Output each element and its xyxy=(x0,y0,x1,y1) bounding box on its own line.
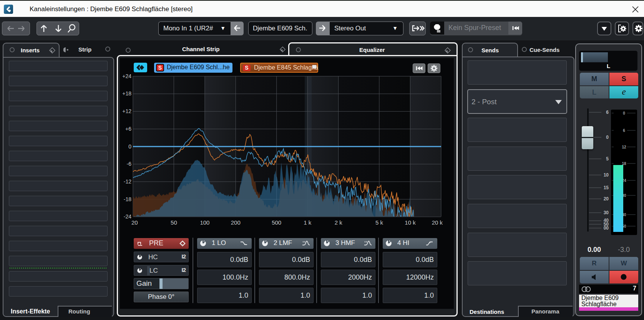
svg-text:200: 200 xyxy=(231,219,241,226)
svg-text:+24: +24 xyxy=(122,73,131,79)
svg-text:5: 5 xyxy=(606,156,609,162)
svg-text:10 k: 10 k xyxy=(405,219,416,226)
svg-text:-6: -6 xyxy=(127,161,132,167)
svg-text:5 k: 5 k xyxy=(375,219,383,226)
svg-text:+12: +12 xyxy=(122,108,131,114)
svg-text:6: 6 xyxy=(606,110,609,115)
svg-text:20: 20 xyxy=(604,196,609,202)
svg-text:0: 0 xyxy=(623,111,625,115)
svg-text:+18: +18 xyxy=(122,90,131,97)
svg-text:-18: -18 xyxy=(124,196,131,202)
svg-text:-24: -24 xyxy=(124,213,131,220)
svg-text:6: 6 xyxy=(623,128,625,133)
svg-text:2 k: 2 k xyxy=(335,219,343,226)
svg-text:15: 15 xyxy=(604,185,609,190)
svg-text:00: 00 xyxy=(604,225,609,231)
svg-text:100: 100 xyxy=(200,219,209,226)
svg-text:0: 0 xyxy=(128,143,131,150)
svg-text:20 k: 20 k xyxy=(432,219,443,226)
svg-text:12: 12 xyxy=(622,145,626,149)
svg-text:0: 0 xyxy=(606,135,609,140)
svg-text:-12: -12 xyxy=(124,178,131,185)
svg-text:50: 50 xyxy=(171,219,177,226)
svg-text:30: 30 xyxy=(604,210,609,215)
svg-text:1 k: 1 k xyxy=(304,219,312,226)
svg-text:10: 10 xyxy=(604,172,609,178)
svg-text:+6: +6 xyxy=(125,126,131,132)
svg-text:20: 20 xyxy=(131,219,138,226)
svg-text:500: 500 xyxy=(272,219,281,226)
